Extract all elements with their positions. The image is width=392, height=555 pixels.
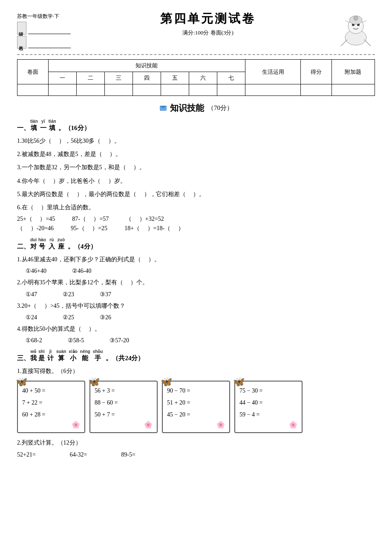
svg-point-5 xyxy=(354,16,358,20)
class-row: 班级 xyxy=(17,22,71,35)
math-box-1: 🦋 40 + 50 = 7 + 22 = 60 + 28 = 🌸 xyxy=(17,381,85,433)
butterfly-4: 🦋 xyxy=(233,376,245,387)
table-kaopan: 卷面 xyxy=(17,60,49,84)
part2-header: 二、 duì 对 hào 号 rù 入 zuò 座 。（4分） xyxy=(17,237,375,251)
part3-shi: shì 是 xyxy=(38,349,45,362)
part1-tian-pinyin: tián 填 xyxy=(30,119,38,132)
name-label: 姓名 xyxy=(17,36,26,49)
part3-shou: shǒu 手 xyxy=(93,349,103,362)
q2-3-opt3: ③26 xyxy=(100,314,111,321)
q1-3: 3.一个加数是32，另一个加数是5，和是（ ）。 xyxy=(17,162,375,173)
butterfly-1: 🦋 xyxy=(16,376,27,387)
table-score-2 xyxy=(76,84,104,96)
q2-3-opt1: ①24 xyxy=(26,314,37,321)
math-row-1: 25+（ ）=45 87-（ ）=57 （ ）+32=52 xyxy=(17,215,375,223)
part1-yi-pinyin: yī 一 xyxy=(40,119,46,132)
math-blank-3: （ ）+32=52 xyxy=(126,215,164,223)
q2-2-opt2: ②23 xyxy=(63,291,74,298)
part1-tian2-pinyin: tián 填 xyxy=(49,119,56,132)
vertical-calc-area: 52+21= 64-32= 89-5= xyxy=(17,451,375,458)
section-knowledge-header: 知识技能 （70分） xyxy=(17,102,375,114)
butterfly-4-bottom: 🌸 xyxy=(239,421,297,429)
table-life-header: 生活运用 xyxy=(245,60,301,84)
main-title: 第四单元测试卷 xyxy=(79,11,337,27)
class-input[interactable] xyxy=(28,22,71,34)
q2-1-opt2: ②46-40 xyxy=(72,267,92,275)
q1-4: 4.你今年（ ）岁，比爸爸小（ ）岁。 xyxy=(17,176,375,186)
vertical-eq-3-label: 89-5= xyxy=(121,451,135,458)
eq-3-2: 51 + 20 = xyxy=(167,397,225,409)
butterfly-3-bottom: 🌸 xyxy=(167,421,225,429)
eq-3-1: 90 − 70 = xyxy=(167,385,225,397)
table-score-3 xyxy=(104,84,133,96)
part2-ru: rù 入 xyxy=(49,237,55,251)
part1-label: 一、 xyxy=(17,124,30,132)
name-row: 姓名 xyxy=(17,36,71,49)
part3-sub2-title: 2.列竖式计算。（12分） xyxy=(17,437,375,448)
butterfly-1-bottom: 🌸 xyxy=(22,421,80,429)
eq-4-2: 44 − 40 = xyxy=(239,397,297,409)
mascot-svg xyxy=(339,14,373,46)
q2-4-opt3: ③57-20 xyxy=(110,337,129,344)
q1-2: 2.被减数是48，减数是5，差是（ ）。 xyxy=(17,149,375,159)
eq-4-3: 59 − 4 = xyxy=(239,409,297,421)
table-score-header: 得分 xyxy=(301,60,332,84)
q2-4: 4.得数比50小的算式是（ ）。 xyxy=(17,324,375,334)
knowledge-title: 知识技能 xyxy=(170,102,204,114)
math-row-2: （ ）-20=46 95-（ ）=25 18+（ ）=18-（ ） xyxy=(17,225,375,232)
vertical-eq-2-label: 64-32= xyxy=(70,451,87,458)
q2-4-opt2: ②58-5 xyxy=(68,337,84,344)
svg-line-7 xyxy=(362,20,366,23)
part2-dui: duì 对 xyxy=(30,237,37,251)
class-info: 苏教一年级数学·下 班级 姓名 xyxy=(17,13,71,50)
butterfly-2-bottom: 🌸 xyxy=(95,421,153,429)
q2-3: 3.20+（ ）>45，括号中可以填哪个数？ xyxy=(17,301,375,311)
part3-ji: jì 计 xyxy=(47,349,54,362)
vertical-eq-2: 64-32= xyxy=(70,451,87,458)
table-score-kaopan xyxy=(17,84,49,96)
math-blanks-area: 25+（ ）=45 87-（ ）=57 （ ）+32=52 （ ）-20=46 … xyxy=(17,215,375,232)
part3-wo: wǒ 我 xyxy=(30,349,37,362)
part3-suffix: 。（共24分） xyxy=(106,354,144,362)
q1-6: 6.在（ ）里填上合适的数。 xyxy=(17,202,375,213)
table-score-total xyxy=(301,84,332,96)
part3-sub1-title: 1.直接写得数。（6分） xyxy=(17,366,375,376)
math-box-4: 🦋 75 − 30 = 44 − 40 = 59 − 4 = 🌸 xyxy=(234,381,303,433)
q2-4-options: ①68-2 ②58-5 ③57-20 xyxy=(26,337,375,344)
table-col-5: 五 xyxy=(161,72,189,84)
eq-1-1: 40 + 50 = xyxy=(22,385,80,397)
part2-zuo: zuò 座 xyxy=(58,237,65,251)
title-center: 第四单元测试卷 满分:100分 卷面(3分) xyxy=(79,11,337,37)
q2-2-options: ①47 ②23 ③37 xyxy=(26,291,375,298)
part1-suffix: 。（16分） xyxy=(58,124,90,132)
q2-1: 1.从46里减去40，还剩下多少？正确的列式是（ ）。 xyxy=(17,254,375,265)
dashed-divider xyxy=(17,54,375,55)
math-boxes-area: 🦋 40 + 50 = 7 + 22 = 60 + 28 = 🌸 🦋 56 + … xyxy=(17,381,375,433)
part2-hao: hào 号 xyxy=(38,237,46,251)
table-col-2: 二 xyxy=(76,72,104,84)
q2-2: 2.小明有35个苹果，比梨多12个，梨有（ ）个。 xyxy=(17,277,375,288)
table-score-life xyxy=(245,84,301,96)
eq-2-1: 56 + 3 = xyxy=(95,385,153,397)
part3-xiao: xiǎo 小 xyxy=(69,349,77,362)
q1-1: 1.30比56少（ ），56比30多（ ）。 xyxy=(17,136,375,146)
q2-1-options: ①46+40 ②46-40 xyxy=(26,267,375,275)
score-table: 卷面 知识技能 生活运用 得分 附加题 一 二 三 四 五 六 七 xyxy=(17,59,375,96)
q2-1-opt1: ①46+40 xyxy=(26,267,46,275)
eq-4-1: 75 − 30 = xyxy=(239,385,297,397)
math-blank-6: 18+（ ）=18-（ ） xyxy=(124,225,184,232)
table-score-bonus xyxy=(331,84,375,96)
eq-2-3: 50 + 7 = xyxy=(95,409,153,421)
table-score-5 xyxy=(161,84,189,96)
math-blank-4: （ ）-20=46 xyxy=(17,225,54,232)
eq-2-2: 88 − 60 = xyxy=(95,397,153,409)
table-col-6: 六 xyxy=(189,72,217,84)
table-col-1: 一 xyxy=(48,72,76,84)
math-blank-5: 95-（ ）=25 xyxy=(71,225,107,232)
math-blank-1: 25+（ ）=45 xyxy=(17,215,55,223)
vertical-eq-1: 52+21= xyxy=(17,451,36,458)
part3-header: 三、 wǒ 我 shì 是 jì 计 suàn 算 xiǎo 小 néng 能 … xyxy=(17,349,375,362)
score-info: 满分:100分 卷面(3分) xyxy=(79,29,337,37)
table-score-7 xyxy=(217,84,245,96)
name-input[interactable] xyxy=(28,36,71,48)
